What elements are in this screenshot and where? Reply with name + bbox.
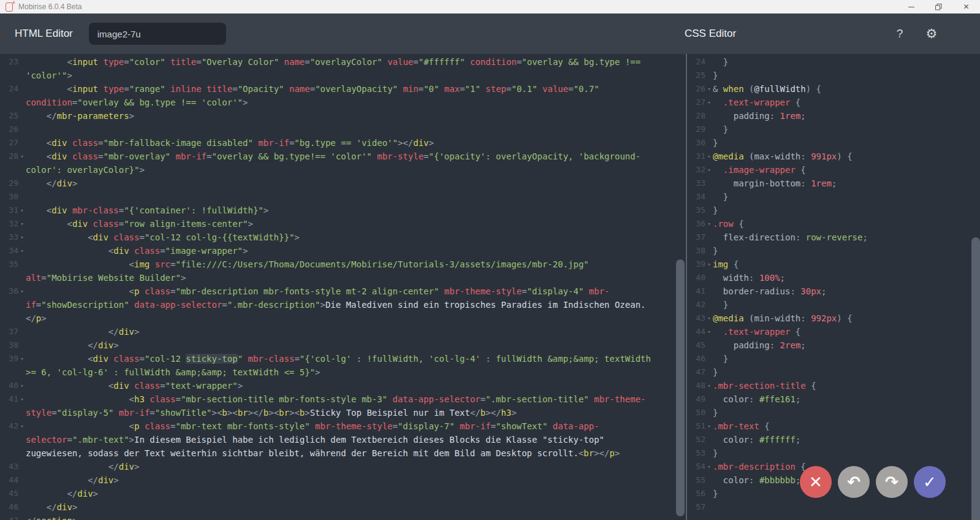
code-line[interactable]: 43 </div> [0, 460, 686, 473]
fold-arrow-icon[interactable]: ▾ [705, 217, 713, 231]
code-text: .text-wrapper { [713, 96, 980, 109]
fold-arrow-icon[interactable]: ▾ [18, 392, 26, 419]
code-line[interactable]: 50} [687, 406, 980, 419]
code-line[interactable]: 23 <input type="color" title="Overlay Co… [0, 55, 686, 82]
fold-arrow-icon[interactable]: ▾ [705, 312, 713, 325]
code-line[interactable]: 28▾ <div class="mbr-overlay" mbr-if="ove… [0, 150, 686, 177]
line-number: 52 [687, 433, 705, 446]
fold-arrow-icon[interactable]: ▾ [705, 96, 713, 109]
code-line[interactable]: 26 [0, 123, 686, 136]
gear-icon[interactable]: ⚙ [923, 26, 940, 41]
code-line[interactable]: 57 [687, 500, 980, 514]
block-name-input[interactable] [89, 23, 226, 45]
code-line[interactable]: 33▾ <div class="col-12 col-lg-{{textWidt… [0, 231, 686, 244]
fold-arrow-icon[interactable]: ▾ [18, 150, 26, 177]
code-line[interactable]: 47</section> [0, 514, 686, 520]
html-code-pane[interactable]: 23 <input type="color" title="Overlay Co… [0, 54, 686, 520]
code-line[interactable]: 34 } [687, 190, 980, 204]
minimize-button[interactable] [897, 0, 925, 13]
fold-arrow-icon[interactable]: ▾ [705, 419, 713, 433]
code-line[interactable]: 46 } [687, 352, 980, 365]
help-button[interactable]: ? [892, 27, 907, 40]
code-line[interactable]: 30} [687, 136, 980, 150]
fold-arrow-icon[interactable]: ▾ [705, 325, 713, 338]
fold-arrow-icon[interactable]: ▾ [18, 244, 26, 258]
line-number: 43 [687, 312, 705, 325]
code-line[interactable]: 43▾@media (min-width: 992px) { [687, 312, 980, 325]
code-line[interactable]: 49 color: #ffe161; [687, 392, 980, 406]
fold-arrow-icon[interactable]: ▾ [18, 419, 26, 460]
fold-arrow-icon[interactable]: ▾ [705, 163, 713, 177]
code-line[interactable]: 32▾ <div class="row align-items-center"> [0, 217, 686, 231]
redo-button[interactable]: ↷ [876, 466, 908, 498]
fold-arrow-icon[interactable]: ▾ [705, 258, 713, 271]
fold-arrow-icon[interactable]: ▾ [18, 217, 26, 231]
css-code-pane[interactable]: 24 }25}26▾& when (@fullWidth) {27▾ .text… [687, 54, 980, 520]
code-line[interactable]: 37 flex-direction: row-reverse; [687, 231, 980, 244]
code-line[interactable]: 36▾ <p class="mbr-description mbr-fonts-… [0, 285, 686, 325]
code-line[interactable]: 36▾.row { [687, 217, 980, 231]
close-icon: ✕ [963, 3, 969, 10]
code-line[interactable]: 48▾.mbr-section-title { [687, 379, 980, 392]
fold-arrow-icon[interactable]: ▾ [18, 379, 26, 392]
code-line[interactable]: 42▾ <p class="mbr-text mbr-fonts-style" … [0, 419, 686, 460]
code-line[interactable]: 35} [687, 204, 980, 217]
line-number: 46 [687, 352, 705, 365]
code-line[interactable]: 31▾ <div mbr-class="{'container': !fullW… [0, 204, 686, 217]
code-line[interactable]: 39▾img { [687, 258, 980, 271]
fold-arrow-icon[interactable]: ▾ [18, 231, 26, 244]
fold-arrow-icon[interactable]: ▾ [18, 285, 26, 325]
code-line[interactable]: 41 border-radius: 30px; [687, 285, 980, 298]
close-button[interactable]: ✕ [952, 0, 980, 13]
fold-arrow-icon[interactable]: ▾ [18, 204, 26, 217]
html-editor-scrollbar[interactable] [676, 259, 685, 516]
code-line[interactable]: 27 <div class="mbr-fallback-image disabl… [0, 136, 686, 150]
code-line[interactable]: 52 color: #ffffff; [687, 433, 980, 446]
code-line[interactable]: 32▾ .image-wrapper { [687, 163, 980, 177]
code-line[interactable]: 47} [687, 365, 980, 379]
code-line[interactable]: 27▾ .text-wrapper { [687, 96, 980, 109]
code-line[interactable]: 35 <img src="file:///C:/Users/Thoma/Docu… [0, 258, 686, 285]
fold-arrow-icon[interactable]: ▾ [705, 150, 713, 163]
maximize-button[interactable] [925, 0, 952, 13]
cancel-button[interactable]: ✕ [800, 466, 832, 498]
line-number: 42 [0, 419, 18, 460]
code-line[interactable]: 30 [0, 190, 686, 204]
code-line[interactable]: 46 </div> [0, 500, 686, 514]
code-line[interactable]: 53} [687, 446, 980, 460]
undo-button[interactable]: ↶ [838, 466, 870, 498]
code-line[interactable]: 33 margin-bottom: 1rem; [687, 177, 980, 190]
code-line[interactable]: 29 </div> [0, 177, 686, 190]
fold-arrow-icon[interactable]: ▾ [705, 379, 713, 392]
code-line[interactable]: 38 </div> [0, 338, 686, 352]
code-line[interactable]: 41▾ <h3 class="mbr-section-title mbr-fon… [0, 392, 686, 419]
code-line[interactable]: 29 } [687, 123, 980, 136]
confirm-button[interactable]: ✓ [914, 466, 946, 498]
code-line[interactable]: 39▾ <div class="col-12 sticky-top" mbr-c… [0, 352, 686, 379]
code-line[interactable]: 40 width: 100%; [687, 271, 980, 285]
fold-arrow-icon[interactable]: ▾ [705, 82, 713, 96]
code-line[interactable]: 25} [687, 69, 980, 82]
code-line[interactable]: 24 } [687, 55, 980, 69]
code-text: <div class="col-12 col-lg-{{textWidth}}"… [26, 231, 686, 244]
code-line[interactable]: 42 } [687, 298, 980, 312]
code-line[interactable]: 34▾ <div class="image-wrapper"> [0, 244, 686, 258]
code-line[interactable]: 44▾ .text-wrapper { [687, 325, 980, 338]
fold-arrow-icon[interactable]: ▾ [705, 460, 713, 473]
code-line[interactable]: 51▾.mbr-text { [687, 419, 980, 433]
code-line[interactable]: 45 </div> [0, 487, 686, 500]
code-line[interactable]: 45 padding: 2rem; [687, 338, 980, 352]
line-number: 50 [687, 406, 705, 419]
code-text: </div> [26, 473, 686, 487]
code-line[interactable]: 25 </mbr-parameters> [0, 109, 686, 123]
css-editor-scrollbar[interactable] [971, 237, 980, 520]
code-line[interactable]: 31▾@media (max-width: 991px) { [687, 150, 980, 163]
code-line[interactable]: 24 <input type="range" inline title="Opa… [0, 82, 686, 109]
code-line[interactable]: 40▾ <div class="text-wrapper"> [0, 379, 686, 392]
code-line[interactable]: 26▾& when (@fullWidth) { [687, 82, 980, 96]
fold-arrow-icon[interactable]: ▾ [18, 352, 26, 379]
code-line[interactable]: 28 padding: 1rem; [687, 109, 980, 123]
code-line[interactable]: 37 </div> [0, 325, 686, 338]
code-line[interactable]: 44 </div> [0, 473, 686, 487]
code-line[interactable]: 38} [687, 244, 980, 258]
